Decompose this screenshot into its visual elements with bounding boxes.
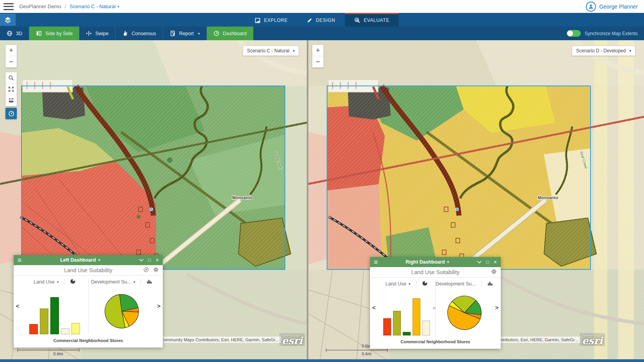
zoom-controls-right: + − bbox=[312, 45, 324, 68]
pie-chart-icon[interactable] bbox=[70, 278, 76, 285]
3d-button[interactable]: 3D bbox=[0, 27, 29, 40]
tab-explore[interactable]: EXPLORE bbox=[245, 13, 297, 27]
chevron-down-icon: ▾ bbox=[198, 32, 200, 36]
measure-button[interactable] bbox=[5, 95, 17, 106]
user-menu[interactable]: George Planner bbox=[586, 2, 638, 12]
land-use-bar-chart bbox=[378, 289, 435, 337]
evaluate-chart-magnifier-icon bbox=[354, 17, 360, 23]
scenario-selector-left[interactable]: Scenario C - Natural ▾ bbox=[243, 46, 299, 56]
full-extent-button[interactable] bbox=[5, 84, 17, 95]
maximize-icon[interactable]: □ bbox=[486, 260, 489, 264]
visibility-off-icon[interactable] bbox=[143, 267, 149, 274]
widget-selector-label[interactable]: Land Use bbox=[385, 281, 406, 287]
breadcrumb-scenario-dropdown[interactable]: Scenario C - Natural ▾ bbox=[69, 4, 119, 9]
mode-tabs: EXPLORE DESIGN EVALUATE bbox=[245, 13, 398, 27]
development-suitability-pie-chart bbox=[89, 287, 155, 336]
consensus-hand-icon bbox=[122, 30, 128, 36]
report-icon bbox=[170, 30, 176, 36]
scenario-selector-right-label: Scenario D - Developed bbox=[576, 48, 626, 53]
chevron-down-icon[interactable]: ▾ bbox=[57, 280, 59, 284]
measure-ruler-icon bbox=[8, 98, 14, 103]
chevron-down-icon[interactable]: ▾ bbox=[409, 282, 411, 286]
side-by-side-button[interactable]: Side by Side bbox=[29, 27, 79, 40]
breadcrumb-separator: / bbox=[65, 4, 66, 9]
panel-title-caret-icon[interactable]: ▾ bbox=[98, 258, 100, 262]
widget-header: Land Use ▾ bbox=[378, 279, 435, 289]
left-dashboard-title: Left Dashboard bbox=[60, 257, 96, 263]
carousel-next-button[interactable]: > bbox=[493, 278, 501, 337]
chevron-down-icon[interactable]: ▾ bbox=[133, 280, 135, 284]
widget-divider bbox=[88, 278, 89, 333]
chevron-down-icon: ▾ bbox=[629, 49, 631, 53]
carousel-prev-button[interactable]: < bbox=[370, 278, 378, 337]
map-attribution: Esri Community Maps Contributors, Esri, … bbox=[150, 337, 281, 343]
right-dashboard-title: Right Dashboard bbox=[406, 259, 445, 265]
search-icon bbox=[8, 75, 14, 81]
tab-evaluate[interactable]: EVALUATE bbox=[345, 13, 399, 27]
breadcrumb-app-name[interactable]: GeoPlanner Demo bbox=[19, 4, 61, 9]
collapse-icon[interactable] bbox=[477, 260, 482, 264]
search-button[interactable] bbox=[5, 72, 17, 84]
scenario-selector-left-label: Scenario C - Natural bbox=[247, 48, 290, 53]
panel-menu-icon[interactable]: ≡ bbox=[374, 259, 378, 266]
dashboard-label: Dashboard bbox=[223, 31, 247, 36]
close-icon[interactable]: × bbox=[494, 259, 497, 265]
gear-icon[interactable] bbox=[153, 267, 159, 274]
tab-design[interactable]: DESIGN bbox=[297, 13, 345, 27]
zoom-out-button[interactable]: − bbox=[5, 56, 17, 68]
consensus-button[interactable]: Consensus bbox=[116, 27, 163, 40]
pie-chart-icon[interactable] bbox=[422, 280, 428, 287]
swipe-button[interactable]: Swipe bbox=[79, 27, 116, 40]
scale-line bbox=[326, 348, 388, 352]
dashboard-tool-button[interactable] bbox=[5, 108, 17, 119]
bar-chart-icon[interactable] bbox=[487, 280, 493, 287]
widget-selector-label[interactable]: Development Su... bbox=[436, 281, 476, 287]
left-dashboard-header[interactable]: ≡ Left Dashboard ▾ □ × bbox=[14, 255, 163, 265]
bar-chart-icon[interactable] bbox=[146, 278, 152, 285]
map-tools-left bbox=[5, 72, 17, 106]
panel-title-caret-icon[interactable]: ▾ bbox=[447, 260, 449, 264]
maximize-icon[interactable]: □ bbox=[148, 258, 151, 262]
gear-icon[interactable] bbox=[491, 269, 497, 276]
dashboard-caption: Commercial Neighborhood Stores bbox=[370, 337, 501, 349]
scenario-selector-right[interactable]: Scenario D - Developed ▾ bbox=[572, 46, 635, 56]
widget-divider: « bbox=[435, 280, 436, 335]
zoom-controls-left: + − bbox=[5, 45, 17, 68]
breadcrumb: GeoPlanner Demo / Scenario C - Natural ▾ bbox=[19, 4, 119, 9]
dashboard-caption: Commercial Neighborhood Stores bbox=[14, 336, 163, 348]
consensus-label: Consensus bbox=[132, 31, 156, 36]
widget-header: Land Use ▾ bbox=[21, 277, 88, 287]
development-suitability-pie-chart bbox=[436, 289, 493, 337]
layers-icon bbox=[4, 16, 11, 23]
widget-selector-label[interactable]: Land Use bbox=[34, 279, 55, 285]
avatar bbox=[586, 2, 596, 12]
panel-menu-icon[interactable]: ≡ bbox=[18, 257, 21, 264]
right-dashboard-panel: ≡ Right Dashboard ▾ □ × Land Use Suitabi… bbox=[370, 257, 501, 349]
dashboard-button[interactable]: Dashboard bbox=[207, 27, 253, 40]
esri-logo: Powered by esri bbox=[279, 333, 305, 346]
report-label: Report bbox=[179, 31, 194, 36]
map-area: MonsantoSeal Creek + − Scenar bbox=[0, 40, 644, 359]
collapse-widget-chevron[interactable]: « bbox=[432, 304, 436, 311]
person-icon bbox=[588, 4, 594, 9]
layers-button[interactable] bbox=[0, 14, 16, 26]
collapse-icon[interactable] bbox=[139, 258, 144, 262]
carousel-next-button[interactable]: > bbox=[155, 276, 163, 336]
svg-text:Monsanto: Monsanto bbox=[232, 195, 253, 200]
nav-bar: EXPLORE DESIGN EVALUATE bbox=[0, 13, 644, 27]
zoom-in-button[interactable]: + bbox=[312, 45, 324, 56]
hamburger-menu-icon[interactable] bbox=[4, 3, 14, 10]
sync-extents-toggle[interactable] bbox=[567, 30, 581, 37]
carousel-prev-button[interactable]: < bbox=[14, 276, 21, 336]
close-icon[interactable]: × bbox=[156, 257, 159, 263]
tab-design-label: DESIGN bbox=[316, 18, 335, 23]
report-button[interactable]: Report ▾ bbox=[163, 27, 207, 40]
zoom-out-button[interactable]: − bbox=[312, 56, 324, 68]
right-dashboard-header[interactable]: ≡ Right Dashboard ▾ □ × bbox=[370, 257, 501, 267]
chevron-down-icon: ▾ bbox=[293, 49, 295, 53]
dashboard-subheader: Land Use Suitability bbox=[14, 265, 163, 276]
zoom-in-button[interactable]: + bbox=[5, 45, 17, 56]
land-use-widget: Land Use ▾ bbox=[21, 276, 88, 336]
widget-selector-label[interactable]: Development Su... bbox=[91, 279, 131, 285]
esri-wordmark: esri bbox=[282, 337, 302, 345]
